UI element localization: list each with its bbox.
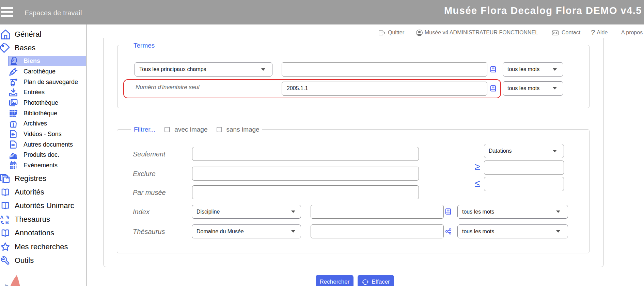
svg-text:B: B: [5, 220, 9, 224]
svg-text:A: A: [0, 215, 3, 220]
